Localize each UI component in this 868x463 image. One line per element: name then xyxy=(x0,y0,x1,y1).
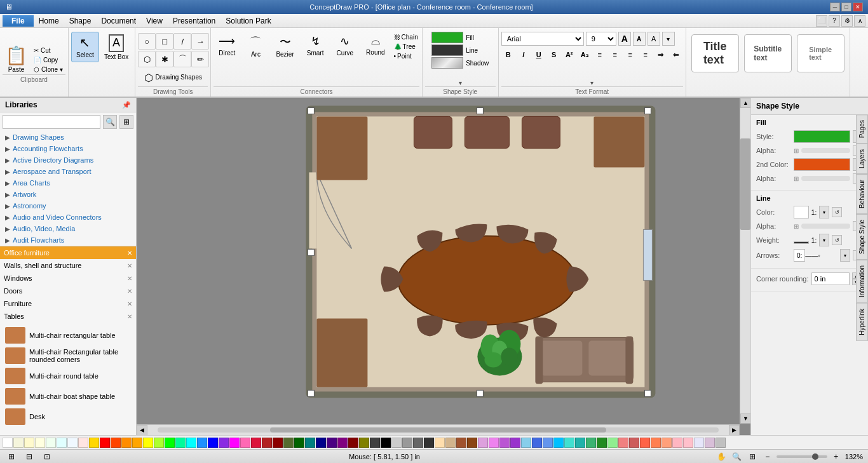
behaviour-tab[interactable]: Behaviour xyxy=(856,174,868,214)
library-item[interactable]: ▶Artwork xyxy=(0,189,136,200)
line-weight-dropdown[interactable]: ▾ xyxy=(819,234,829,246)
scroll-track-h[interactable] xyxy=(158,427,719,433)
color-cell[interactable] xyxy=(370,438,380,448)
color-cell[interactable] xyxy=(672,438,682,448)
fill-color-display[interactable] xyxy=(431,32,463,43)
hyperlink-tab[interactable]: Hyperlink xyxy=(856,303,868,341)
open-library-item[interactable]: Doors✕ xyxy=(0,285,136,297)
color-cell[interactable] xyxy=(456,438,466,448)
color-cell[interactable] xyxy=(694,438,704,448)
zoom-in-button[interactable]: 🔍 xyxy=(731,451,743,462)
color-cell[interactable] xyxy=(240,438,250,448)
shape-thumbnail-item[interactable]: Desk xyxy=(3,406,133,427)
line-tool[interactable]: / xyxy=(173,33,191,50)
text-box-button[interactable]: A Text Box xyxy=(100,32,132,64)
color-cell[interactable] xyxy=(445,438,456,448)
color-cell[interactable] xyxy=(640,438,650,448)
information-tab[interactable]: Information xyxy=(856,260,868,303)
color-cell[interactable] xyxy=(229,438,240,448)
color-cell[interactable] xyxy=(651,438,661,448)
menu-solution-park[interactable]: Solution Park xyxy=(220,15,276,27)
color-cell[interactable] xyxy=(575,438,585,448)
color-cell[interactable] xyxy=(100,438,110,448)
color-cell[interactable] xyxy=(629,438,639,448)
library-item[interactable]: ▶Aerospace and Transport xyxy=(0,166,136,177)
color-cell[interactable] xyxy=(381,438,391,448)
corner-rounding-input[interactable] xyxy=(811,272,850,285)
color-cell[interactable] xyxy=(78,438,88,448)
vertical-thumb[interactable] xyxy=(740,138,750,230)
star-tool[interactable]: ✱ xyxy=(156,51,173,67)
color-cell[interactable] xyxy=(208,438,218,448)
color-cell[interactable] xyxy=(359,438,369,448)
font-size-decrease[interactable]: A xyxy=(633,32,646,46)
align-right-button[interactable]: ≡ xyxy=(623,48,637,62)
fill-color-swatch[interactable] xyxy=(794,130,850,143)
color-cell[interactable] xyxy=(478,438,488,448)
color-cell[interactable] xyxy=(3,438,13,448)
rect-tool[interactable]: □ xyxy=(156,33,173,50)
color-cell[interactable] xyxy=(661,438,672,448)
color-cell[interactable] xyxy=(197,438,207,448)
line-color-swatch[interactable] xyxy=(794,206,809,218)
library-item[interactable]: ▶Active Directory Diagrams xyxy=(0,154,136,166)
superscript-button[interactable]: A² xyxy=(562,48,576,62)
color-cell[interactable] xyxy=(219,438,229,448)
arc-connector-button[interactable]: ⌒ Arc xyxy=(243,32,268,60)
fill-alpha-slider[interactable] xyxy=(801,148,850,153)
library-item[interactable]: ▶Audio and Video Connectors xyxy=(0,211,136,223)
color-cell[interactable] xyxy=(337,438,348,448)
color-cell[interactable] xyxy=(283,438,294,448)
open-library-item[interactable]: Windows✕ xyxy=(0,272,136,285)
color-cell[interactable] xyxy=(543,438,553,448)
fit-width-button[interactable]: ⊟ xyxy=(23,451,36,462)
drawing-shapes-btn[interactable]: ⬡ Drawing Shapes xyxy=(140,69,206,86)
copy-button[interactable]: 📄Copy xyxy=(31,56,65,64)
color-cell[interactable] xyxy=(273,438,283,448)
color-cell[interactable] xyxy=(186,438,196,448)
color-cell[interactable] xyxy=(532,438,542,448)
color-cell[interactable] xyxy=(132,438,142,448)
zoom-thumb[interactable] xyxy=(812,453,818,460)
color-cell[interactable] xyxy=(251,438,261,448)
clone-button[interactable]: ⬡Clone ▾ xyxy=(31,65,65,74)
color-cell[interactable] xyxy=(435,438,445,448)
zoom-fit-button[interactable]: ⊞ xyxy=(746,451,759,462)
zoom-plus-button[interactable]: + xyxy=(830,451,843,462)
settings-button[interactable]: ⚙ xyxy=(841,15,853,27)
color-cell[interactable] xyxy=(327,438,337,448)
color-cell[interactable] xyxy=(175,438,186,448)
scroll-left-button[interactable]: ◀ xyxy=(137,425,147,436)
layers-tab[interactable]: Layers xyxy=(856,144,868,174)
color-cell[interactable] xyxy=(262,438,272,448)
underline-button[interactable]: U xyxy=(532,48,546,62)
bezier-connector-button[interactable]: 〜 Bezier xyxy=(271,32,299,60)
freehand-tool[interactable]: ✏ xyxy=(191,51,209,67)
zoom-minus-button[interactable]: − xyxy=(761,451,774,462)
color-cell[interactable] xyxy=(467,438,477,448)
line-color-display[interactable] xyxy=(431,44,463,56)
toolbar-button-1[interactable]: ⬜ xyxy=(816,15,827,27)
minimize-button[interactable]: ─ xyxy=(830,3,840,11)
close-button[interactable]: ✕ xyxy=(853,3,863,11)
chain-option[interactable]: ⛓Chain xyxy=(393,33,419,41)
color-cell[interactable] xyxy=(402,438,412,448)
direct-connector-button[interactable]: ⟶ Direct xyxy=(214,32,240,59)
subscript-button[interactable]: A₂ xyxy=(578,48,592,62)
close-ribbon-button[interactable]: ∧ xyxy=(854,15,865,27)
zoom-slider[interactable] xyxy=(776,455,827,458)
select-button[interactable]: ↖ Select xyxy=(71,32,99,62)
color-cell[interactable] xyxy=(510,438,520,448)
shape-thumbnail-item[interactable]: Multi-chair boat shape table xyxy=(3,386,133,406)
scroll-up-button[interactable]: ▲ xyxy=(740,98,750,108)
color-cell[interactable] xyxy=(121,438,132,448)
library-item[interactable]: ▶Drawing Shapes xyxy=(0,131,136,143)
paste-button[interactable]: 📋 Paste xyxy=(3,44,30,74)
more-text-btn[interactable]: ▾ xyxy=(662,32,675,46)
cut-button[interactable]: ✂Cut xyxy=(31,46,65,55)
fit-diagram-button[interactable]: ⊡ xyxy=(41,451,53,462)
align-center-button[interactable]: ≡ xyxy=(608,48,622,62)
second-color-swatch[interactable] xyxy=(794,158,850,171)
color-cell[interactable] xyxy=(413,438,423,448)
color-cell[interactable] xyxy=(553,438,564,448)
